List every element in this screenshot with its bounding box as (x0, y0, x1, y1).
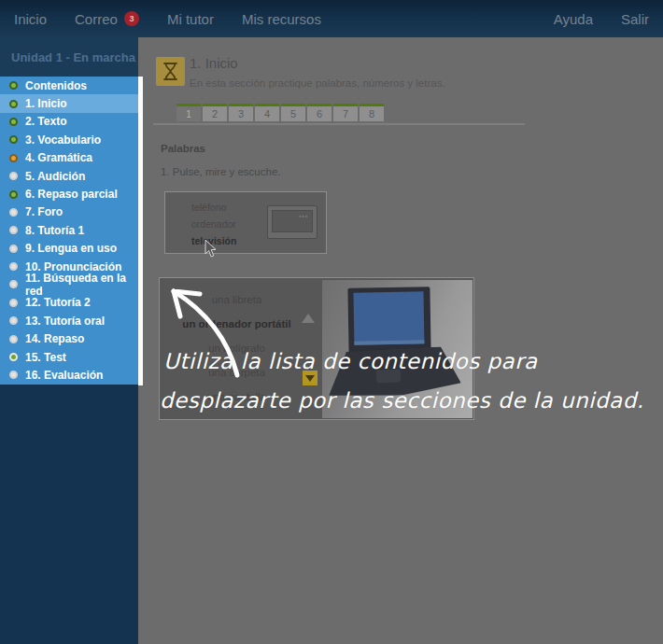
nav-right-group: AyudaSalir (540, 0, 663, 37)
sidebar-item-8-tutoria-1[interactable]: 8. Tutoría 1 (0, 221, 138, 239)
sidebar-item-label: 15. Test (25, 351, 66, 364)
nav-item-ayuda[interactable]: Ayuda (540, 0, 607, 37)
unit-title: Unidad 1 - En marcha (0, 37, 138, 77)
nav-item-salir[interactable]: Salir (607, 0, 663, 37)
sidebar-item-11-busqueda-en-la-red[interactable]: 11. Búsqueda en la red (0, 275, 138, 293)
pagination-tabs: 12345678 (176, 104, 384, 121)
tab-4[interactable]: 4 (255, 104, 279, 121)
status-green-bullet-icon (9, 190, 18, 199)
sidebar-item-label: 14. Repaso (25, 332, 84, 345)
sidebar-item-7-foro[interactable]: 7. Foro (0, 203, 138, 221)
word-item-una-libreta[interactable]: una libreta (160, 287, 314, 312)
sidebar-item-label: 16. Evaluación (25, 369, 103, 382)
tab-3[interactable]: 3 (229, 104, 253, 121)
exercise-instruction: 1. Pulse, mire y escuche. (161, 166, 280, 177)
status-white-bullet-icon (9, 280, 18, 288)
nav-item-correo[interactable]: Correo3 (61, 0, 153, 37)
tabs-divider (153, 123, 525, 125)
annotation-text-line2: desplazarte por las secciones de la unid… (160, 388, 644, 413)
sidebar-item-label: 4. Gramática (25, 151, 92, 164)
sidebar-item-label: 13. Tutoría oral (25, 315, 105, 328)
sidebar-item-label: 1. Inicio (25, 97, 67, 110)
sidebar-item-label: 7. Foro (25, 205, 63, 218)
nav-item-mi-tutor[interactable]: Mi tutor (153, 0, 228, 37)
laptop-screen (347, 287, 430, 354)
tab-2[interactable]: 2 (203, 104, 227, 121)
status-white-bullet-icon (9, 335, 18, 343)
status-green-bullet-icon (9, 135, 18, 144)
sidebar-item-5-audicion[interactable]: 5. Audición (0, 167, 138, 185)
status-white-bullet-icon (9, 316, 18, 325)
status-white-bullet-icon (9, 208, 18, 217)
word-box-1: teléfonoordenadortelevisión *** (164, 191, 327, 254)
sidebar: Unidad 1 - En marcha Contenidos1. Inicio… (0, 37, 138, 644)
nav-item-inicio[interactable]: Inicio (0, 0, 61, 37)
status-green-bullet-icon (9, 81, 18, 90)
status-ringed-bullet-icon (9, 353, 18, 361)
status-green-bullet-icon (9, 118, 18, 126)
page-title: 1. Inicio (190, 55, 238, 71)
status-white-bullet-icon (9, 371, 18, 379)
sidebar-item-1-inicio[interactable]: 1. Inicio (0, 94, 138, 112)
status-white-bullet-icon (9, 226, 18, 234)
tab-7[interactable]: 7 (333, 104, 358, 121)
mouse-cursor-icon (205, 239, 219, 259)
nav-item-mis-recursos[interactable]: Mis recursos (228, 0, 335, 37)
word-item-telefono[interactable]: teléfono (191, 199, 236, 216)
sidebar-scrollbar[interactable] (138, 77, 143, 385)
tv-screen: *** (272, 210, 313, 232)
section-label: Palabras (161, 143, 205, 154)
top-navigation: InicioCorreo3Mi tutorMis recursos AyudaS… (0, 0, 663, 37)
sidebar-item-label: 8. Tutoría 1 (25, 224, 84, 237)
tab-5[interactable]: 5 (281, 104, 305, 121)
page-subtitle: En esta sección practique palabras, núme… (190, 77, 445, 89)
sidebar-item-9-lengua-en-uso[interactable]: 9. Lengua en uso (0, 240, 138, 258)
sidebar-item-label: 6. Repaso parcial (25, 188, 118, 201)
sidebar-item-16-evaluacion[interactable]: 16. Evaluación (0, 366, 138, 384)
sidebar-item-15-test[interactable]: 15. Test (0, 348, 138, 366)
status-white-bullet-icon (9, 172, 18, 180)
sidebar-item-label: 2. Texto (25, 115, 66, 128)
laptop-taskbar (354, 340, 424, 344)
sidebar-item-label: 5. Audición (25, 170, 85, 183)
hourglass-icon (160, 61, 181, 82)
down-triangle-icon (305, 375, 315, 382)
sidebar-item-3-vocabulario[interactable]: 3. Vocabulario (0, 131, 138, 148)
annotation-text-line1: Utiliza la lista de contenidos para (163, 349, 538, 373)
screen: InicioCorreo3Mi tutorMis recursos AyudaS… (0, 0, 663, 644)
sidebar-item-2-texto[interactable]: 2. Texto (0, 113, 138, 131)
status-green-bullet-icon (9, 100, 18, 108)
sidebar-item-13-tutoria-oral[interactable]: 13. Tutoría oral (0, 312, 138, 329)
sidebar-item-label: 11. Búsqueda en la red (25, 272, 138, 298)
scroll-up-button[interactable] (302, 314, 315, 323)
word-item-un-ordenador-portatil[interactable]: un ordenador portátil (160, 312, 314, 336)
sidebar-item-label: 3. Vocabulario (25, 133, 101, 147)
tab-8[interactable]: 8 (360, 104, 384, 121)
sidebar-item-contenidos[interactable]: Contenidos (0, 77, 138, 94)
sidebar-item-label: 9. Lengua en uso (25, 242, 117, 255)
sidebar-item-6-repaso-parcial[interactable]: 6. Repaso parcial (0, 185, 138, 203)
correo-badge: 3 (124, 11, 139, 26)
tab-6[interactable]: 6 (307, 104, 332, 121)
nav-left-group: InicioCorreo3Mi tutorMis recursos (0, 0, 335, 37)
tv-glare: *** (299, 215, 308, 220)
status-orange-bullet-icon (9, 154, 18, 162)
sidebar-item-label: Contenidos (25, 79, 87, 92)
section-icon (156, 57, 185, 86)
sidebar-item-label: 12. Tutoría 2 (25, 296, 91, 309)
tab-1[interactable]: 1 (176, 104, 201, 121)
status-white-bullet-icon (9, 245, 18, 253)
sidebar-item-14-repaso[interactable]: 14. Repaso (0, 329, 138, 347)
status-white-bullet-icon (9, 299, 18, 307)
laptop-display (353, 291, 424, 344)
word-item-ordenador[interactable]: ordenador (191, 216, 236, 232)
sidebar-item-4-gramatica[interactable]: 4. Gramática (0, 149, 138, 167)
sidebar-list: Contenidos1. Inicio2. Texto3. Vocabulari… (0, 77, 138, 385)
tv-illustration[interactable]: *** (267, 205, 317, 239)
status-white-bullet-icon (9, 262, 18, 271)
